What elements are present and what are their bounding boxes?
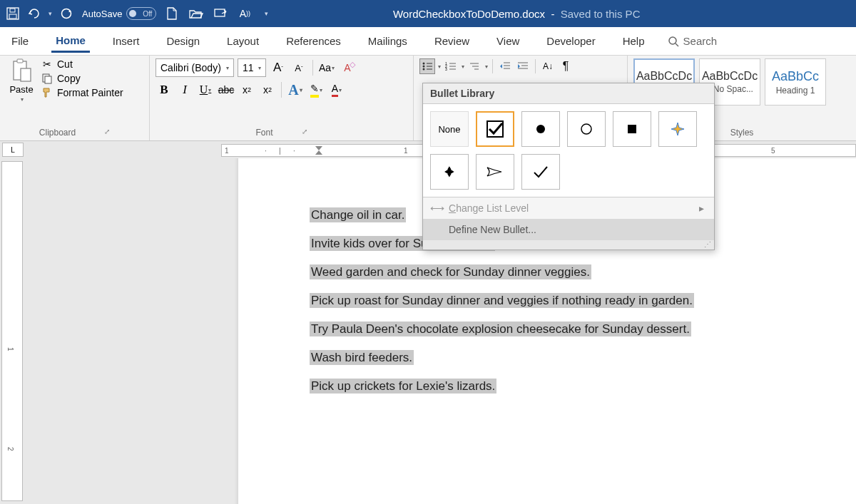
brush-icon bbox=[41, 87, 53, 98]
svg-point-14 bbox=[423, 66, 425, 68]
italic-button[interactable]: I bbox=[176, 81, 193, 98]
svg-point-3 bbox=[62, 9, 71, 19]
increase-indent-button[interactable] bbox=[515, 58, 531, 74]
document-title: WordCheckboxToDoDemo.docx - Saved to thi… bbox=[268, 8, 765, 20]
bullet-check[interactable] bbox=[521, 154, 560, 190]
svg-point-12 bbox=[423, 63, 425, 65]
resize-grip-icon[interactable]: ⋰ bbox=[423, 240, 714, 250]
tab-selector[interactable]: L bbox=[2, 143, 24, 157]
bullet-checkbox[interactable] bbox=[476, 111, 514, 147]
open-icon[interactable] bbox=[189, 6, 203, 21]
tab-layout[interactable]: Layout bbox=[223, 31, 263, 51]
copy-icon bbox=[41, 73, 53, 84]
subscript-button[interactable]: x2 bbox=[238, 81, 255, 98]
paste-label: Paste bbox=[9, 84, 33, 95]
cut-button[interactable]: ✂Cut bbox=[41, 58, 123, 70]
text-effects-button[interactable]: A▾ bbox=[287, 81, 304, 98]
bullet-disc[interactable] bbox=[521, 111, 560, 147]
list-level-icon: ⟷ bbox=[430, 202, 444, 214]
tab-insert[interactable]: Insert bbox=[108, 31, 144, 51]
doc-line[interactable]: Pick up roast for Sunday dinner and vegg… bbox=[310, 287, 856, 315]
search-box[interactable]: Search bbox=[668, 35, 718, 47]
bullet-square[interactable] bbox=[613, 111, 651, 147]
svg-rect-11 bbox=[45, 76, 51, 83]
strike-button[interactable]: abc bbox=[218, 81, 235, 98]
tab-help[interactable]: Help bbox=[618, 31, 649, 51]
bullet-4diamond[interactable] bbox=[430, 154, 469, 190]
ribbon: Paste ▾ ✂Cut Copy Format Painter Clipboa… bbox=[0, 56, 856, 141]
bullet-arrow[interactable] bbox=[476, 154, 514, 190]
tab-design[interactable]: Design bbox=[162, 31, 204, 51]
share-icon[interactable] bbox=[213, 6, 228, 21]
tab-view[interactable]: View bbox=[492, 31, 524, 51]
doc-line[interactable]: Weed garden and check for Sunday dinner … bbox=[310, 258, 856, 287]
numbering-button[interactable]: 123 bbox=[443, 58, 459, 74]
ribbon-tabs: File Home Insert Design Layout Reference… bbox=[0, 27, 856, 56]
vertical-ruler[interactable]: 1 2 bbox=[1, 161, 23, 501]
tab-references[interactable]: References bbox=[282, 31, 345, 51]
copy-button[interactable]: Copy bbox=[41, 73, 123, 84]
sort-button[interactable]: A↓ bbox=[540, 58, 556, 74]
bullet-library-title: Bullet Library bbox=[423, 83, 714, 104]
svg-point-35 bbox=[581, 124, 591, 134]
highlight-button[interactable]: ✎▾ bbox=[307, 81, 325, 98]
show-marks-button[interactable]: ¶ bbox=[558, 58, 574, 74]
clipboard-launcher-icon[interactable]: ⤢ bbox=[104, 128, 110, 138]
svg-rect-1 bbox=[9, 14, 16, 19]
scissors-icon: ✂ bbox=[41, 58, 53, 70]
svg-rect-8 bbox=[17, 59, 23, 63]
paste-icon bbox=[11, 58, 32, 83]
bullets-dropdown-icon[interactable]: ▾ bbox=[438, 63, 441, 70]
svg-rect-2 bbox=[10, 9, 15, 12]
tab-file[interactable]: File bbox=[7, 31, 33, 51]
svg-rect-36 bbox=[628, 125, 636, 133]
change-list-level-item: ⟷ Change List Level▸ bbox=[423, 197, 714, 219]
bullet-circle[interactable] bbox=[567, 111, 606, 147]
autosave-label: AutoSave bbox=[82, 9, 122, 19]
font-launcher-icon[interactable]: ⤢ bbox=[302, 128, 307, 138]
svg-point-16 bbox=[423, 68, 425, 71]
autosave-toggle[interactable]: Off bbox=[126, 7, 156, 20]
font-group-label: Font bbox=[255, 128, 272, 138]
bullet-library-dropdown: Bullet Library None ⟷ Change List Level▸… bbox=[422, 83, 715, 250]
svg-point-5 bbox=[669, 37, 676, 44]
font-size-combo[interactable]: 11▾ bbox=[238, 58, 266, 77]
doc-line[interactable]: Pick up crickets for Lexie's lizards. bbox=[310, 372, 856, 401]
font-name-combo[interactable]: Calibri (Body)▾ bbox=[156, 58, 234, 77]
decrease-indent-button[interactable] bbox=[497, 58, 513, 74]
doc-line[interactable]: Try Paula Deen's chocolate explosion che… bbox=[310, 315, 856, 344]
undo-icon[interactable] bbox=[27, 6, 41, 21]
bold-button[interactable]: B bbox=[156, 81, 173, 98]
paste-button[interactable]: Paste ▾ bbox=[6, 58, 37, 103]
tab-home[interactable]: Home bbox=[51, 30, 90, 53]
doc-line[interactable]: Wash bird feeders. bbox=[310, 344, 856, 372]
styles-group-label: Styles bbox=[730, 128, 754, 138]
font-color-button[interactable]: A▾ bbox=[328, 81, 345, 98]
bullet-none[interactable]: None bbox=[430, 111, 469, 147]
style-heading1[interactable]: AaBbCc Heading 1 bbox=[765, 58, 826, 106]
superscript-button[interactable]: x2 bbox=[259, 81, 276, 98]
title-bar: ▾ AutoSave Off A)) ▾ WordCheckboxToDoDem… bbox=[0, 0, 856, 27]
tab-review[interactable]: Review bbox=[430, 31, 474, 51]
svg-text:3: 3 bbox=[445, 67, 447, 71]
read-aloud-icon[interactable]: A)) bbox=[238, 6, 252, 21]
shrink-font-button[interactable]: Aˇ bbox=[290, 59, 307, 76]
grow-font-button[interactable]: Aˆ bbox=[270, 59, 287, 76]
format-painter-button[interactable]: Format Painter bbox=[41, 87, 123, 98]
multilevel-button[interactable] bbox=[467, 58, 482, 74]
search-icon bbox=[668, 36, 679, 47]
define-new-bullet-item[interactable]: Define New Bullet... bbox=[423, 219, 714, 240]
redo-icon[interactable] bbox=[59, 6, 73, 21]
svg-rect-9 bbox=[21, 68, 31, 81]
clear-format-button[interactable]: A◇ bbox=[339, 59, 356, 76]
svg-line-6 bbox=[676, 43, 678, 46]
svg-rect-0 bbox=[7, 8, 19, 19]
bullet-4star[interactable] bbox=[658, 111, 697, 147]
save-icon[interactable] bbox=[6, 6, 20, 21]
tab-mailings[interactable]: Mailings bbox=[364, 31, 412, 51]
underline-button[interactable]: U▾ bbox=[197, 81, 214, 98]
bullets-button[interactable] bbox=[419, 58, 435, 74]
tab-developer[interactable]: Developer bbox=[542, 31, 599, 51]
new-doc-icon[interactable] bbox=[165, 6, 179, 21]
change-case-button[interactable]: Aa▾ bbox=[318, 59, 335, 76]
